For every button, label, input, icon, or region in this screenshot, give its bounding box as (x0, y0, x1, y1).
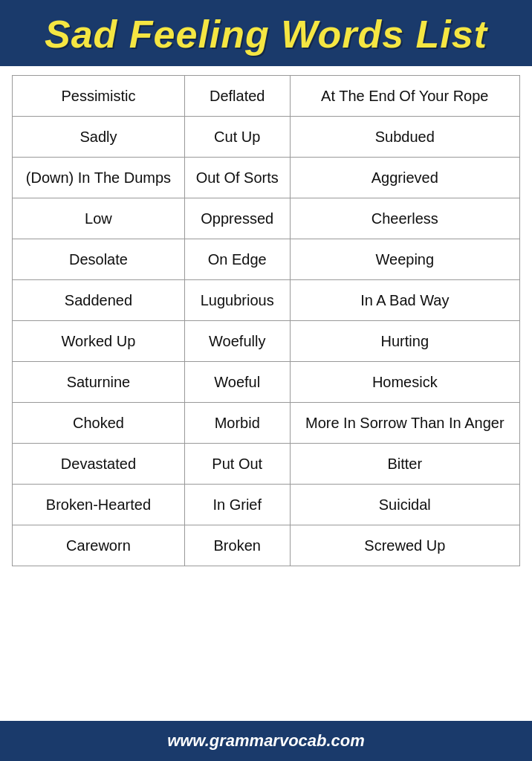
page-header: Sad Feeling Words List (0, 0, 532, 66)
table-cell: Weeping (290, 239, 519, 280)
table-row: PessimisticDeflatedAt The End Of Your Ro… (13, 76, 520, 117)
table-cell: (Down) In The Dumps (13, 158, 185, 198)
table-cell: In A Bad Way (290, 280, 519, 321)
table-cell: Bitter (290, 444, 519, 485)
table-cell: Careworn (13, 525, 185, 566)
table-cell: Cut Up (184, 117, 290, 158)
table-cell: Hurting (290, 321, 519, 362)
table-cell: Devastated (13, 444, 185, 485)
table-row: SaddenedLugubriousIn A Bad Way (13, 280, 520, 321)
table-cell: On Edge (184, 239, 290, 280)
page-title: Sad Feeling Words List (15, 13, 517, 56)
table-cell: Lugubrious (184, 280, 290, 321)
table-row: CarewornBrokenScrewed Up (13, 525, 520, 566)
table-cell: Subdued (290, 117, 519, 158)
table-cell: Saddened (13, 280, 185, 321)
table-row: LowOppressedCheerless (13, 198, 520, 239)
table-cell: Desolate (13, 239, 185, 280)
footer-url: www.grammarvocab.com (167, 731, 365, 750)
table-cell: Pessimistic (13, 76, 185, 117)
table-cell: Broken-Hearted (13, 485, 185, 525)
table-cell: Oppressed (184, 198, 290, 239)
table-row: DevastatedPut OutBitter (13, 444, 520, 485)
table-row: ChokedMorbidMore In Sorrow Than In Anger (13, 403, 520, 444)
table-container: PessimisticDeflatedAt The End Of Your Ro… (0, 66, 532, 721)
table-cell: Low (13, 198, 185, 239)
table-cell: Choked (13, 403, 185, 444)
table-cell: Sadly (13, 117, 185, 158)
table-cell: Suicidal (290, 485, 519, 525)
table-row: Broken-HeartedIn GriefSuicidal (13, 485, 520, 525)
table-cell: Broken (184, 525, 290, 566)
table-cell: Homesick (290, 362, 519, 403)
table-cell: Aggrieved (290, 158, 519, 198)
table-cell: Woeful (184, 362, 290, 403)
table-cell: Morbid (184, 403, 290, 444)
table-cell: Cheerless (290, 198, 519, 239)
table-cell: More In Sorrow Than In Anger (290, 403, 519, 444)
table-cell: Put Out (184, 444, 290, 485)
table-cell: Out Of Sorts (184, 158, 290, 198)
words-table: PessimisticDeflatedAt The End Of Your Ro… (12, 75, 520, 566)
table-row: SadlyCut UpSubdued (13, 117, 520, 158)
table-cell: Worked Up (13, 321, 185, 362)
table-row: SaturnineWoefulHomesick (13, 362, 520, 403)
table-cell: Saturnine (13, 362, 185, 403)
page-footer: www.grammarvocab.com (0, 721, 532, 761)
table-row: DesolateOn EdgeWeeping (13, 239, 520, 280)
table-cell: Screwed Up (290, 525, 519, 566)
table-cell: Deflated (184, 76, 290, 117)
table-row: Worked UpWoefullyHurting (13, 321, 520, 362)
table-row: (Down) In The DumpsOut Of SortsAggrieved (13, 158, 520, 198)
table-cell: In Grief (184, 485, 290, 525)
table-cell: Woefully (184, 321, 290, 362)
table-cell: At The End Of Your Rope (290, 76, 519, 117)
